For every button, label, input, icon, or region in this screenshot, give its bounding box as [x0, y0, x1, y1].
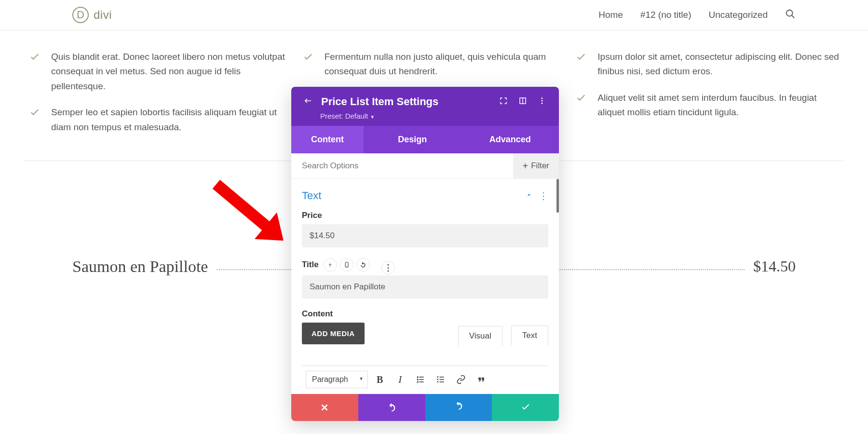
paragraph-select[interactable]: Paragraph [306, 371, 368, 388]
svg-point-7 [346, 266, 347, 267]
nav-uncategorized[interactable]: Uncategorized [708, 10, 768, 20]
cancel-button[interactable] [291, 394, 358, 421]
list-item-text: Ipsum dolor sit amet, consectetur adipis… [597, 50, 839, 79]
nav-12[interactable]: #12 (no title) [640, 10, 692, 20]
list-item: Quis blandit erat. Donec laoreet libero … [29, 50, 293, 94]
list-item-text: Aliquet velit sit amet sem interdum fauc… [597, 91, 839, 120]
kebab-icon[interactable] [536, 95, 548, 109]
back-icon[interactable] [302, 95, 314, 109]
check-icon [302, 52, 314, 65]
check-icon [29, 52, 41, 65]
svg-point-3 [542, 100, 543, 102]
svg-text:?: ? [328, 263, 331, 268]
svg-rect-15 [439, 379, 444, 380]
svg-rect-19 [437, 381, 438, 382]
search-options-input[interactable] [291, 153, 513, 178]
scrollbar[interactable] [556, 179, 559, 213]
numbered-list-icon[interactable] [433, 371, 449, 388]
expand-icon[interactable] [497, 95, 510, 109]
svg-point-8 [417, 376, 418, 378]
editor-tab-visual[interactable]: Visual [458, 326, 502, 346]
dish-name: Saumon en Papillote [72, 258, 208, 276]
check-icon [575, 93, 587, 106]
svg-rect-17 [437, 376, 438, 378]
tab-advanced[interactable]: Advanced [461, 126, 559, 153]
svg-rect-11 [419, 379, 423, 380]
title-input[interactable] [302, 275, 548, 298]
field-menu-icon[interactable]: ⋮ [381, 261, 395, 274]
save-button[interactable] [492, 394, 559, 421]
site-logo[interactable]: D divi [72, 7, 112, 23]
editor-tab-text[interactable]: Text [511, 326, 548, 345]
list-item: Aliquet velit sit amet sem interdum fauc… [575, 91, 839, 120]
tab-design[interactable]: Design [364, 126, 461, 153]
svg-point-12 [417, 381, 418, 382]
settings-modal: Price List Item Settings Preset: Default… [291, 87, 559, 421]
list-item: Semper leo et sapien lobortis facilisis … [29, 105, 293, 135]
svg-line-1 [792, 15, 794, 18]
list-item-text: Quis blandit erat. Donec laoreet libero … [51, 50, 293, 94]
preset-selector[interactable]: Preset: Default▼ [320, 112, 548, 120]
svg-point-10 [417, 379, 418, 380]
list-item: Ipsum dolor sit amet, consectetur adipis… [575, 50, 839, 79]
list-item-text: Semper leo et sapien lobortis facilisis … [51, 105, 293, 135]
bold-icon[interactable]: B [372, 371, 388, 388]
add-media-button[interactable]: ADD MEDIA [302, 323, 365, 344]
svg-rect-18 [437, 379, 438, 380]
content-label: Content [302, 309, 548, 319]
undo-button[interactable] [358, 394, 425, 421]
search-icon[interactable] [785, 9, 796, 22]
list-item: Fermentum nulla non justo aliquet, quis … [302, 50, 566, 79]
svg-rect-9 [419, 377, 423, 378]
filter-button[interactable]: +Filter [513, 153, 559, 178]
svg-rect-14 [439, 377, 444, 378]
redo-button[interactable] [425, 394, 492, 421]
tab-content[interactable]: Content [291, 126, 364, 153]
check-icon [575, 52, 587, 65]
modal-header[interactable]: Price List Item Settings Preset: Default… [291, 87, 559, 126]
section-title-text[interactable]: Text [302, 190, 321, 202]
svg-point-0 [787, 10, 793, 16]
price-input[interactable] [302, 224, 548, 247]
dish-price: $14.50 [753, 258, 796, 275]
logo-text: divi [94, 8, 112, 22]
check-icon [29, 107, 41, 121]
reset-icon[interactable] [356, 258, 370, 271]
nav-home[interactable]: Home [598, 10, 623, 20]
modal-tabs: Content Design Advanced [291, 126, 559, 153]
bullet-list-icon[interactable] [412, 371, 429, 388]
quote-icon[interactable] [473, 371, 489, 388]
svg-point-4 [542, 103, 543, 104]
svg-rect-16 [439, 381, 444, 382]
svg-rect-13 [419, 381, 423, 382]
logo-icon: D [72, 7, 89, 23]
price-label: Price [302, 211, 548, 220]
help-icon[interactable]: ? [324, 258, 337, 271]
snap-icon[interactable] [516, 95, 529, 109]
svg-point-2 [542, 97, 543, 99]
title-label: Title ? ⋮ [302, 258, 548, 271]
link-icon[interactable] [453, 371, 469, 388]
top-nav: Home #12 (no title) Uncategorized [598, 9, 796, 22]
italic-icon[interactable]: I [392, 371, 408, 388]
collapse-icon[interactable] [525, 191, 533, 201]
modal-title: Price List Item Settings [321, 95, 490, 108]
list-item-text: Fermentum nulla non justo aliquet, quis … [325, 50, 566, 79]
responsive-icon[interactable] [340, 258, 353, 271]
